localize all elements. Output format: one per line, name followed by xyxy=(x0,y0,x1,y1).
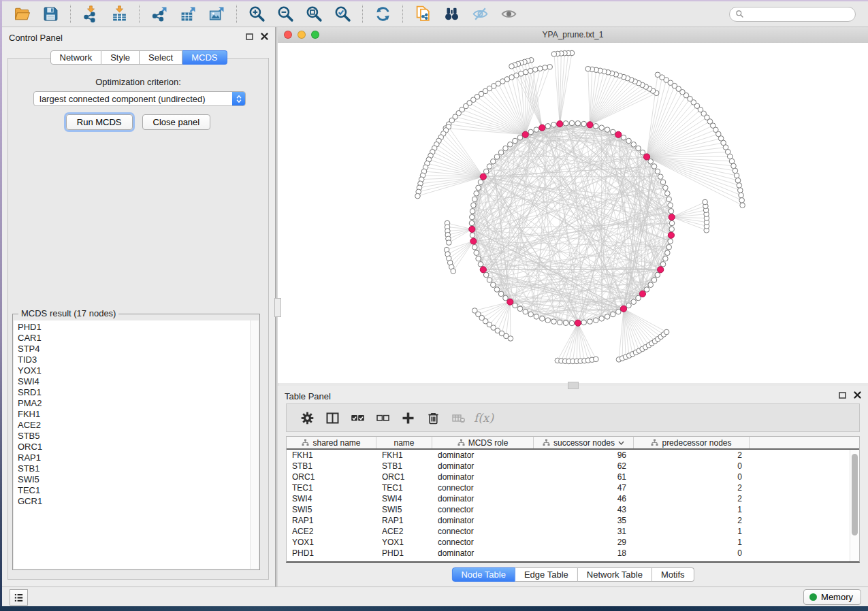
table-row[interactable]: YOX1YOX1connector291 xyxy=(287,537,850,548)
zoom-fit-button[interactable] xyxy=(304,4,324,24)
export-table-button[interactable] xyxy=(178,4,198,24)
result-node-item[interactable]: TID3 xyxy=(14,354,251,365)
table-panel-window-buttons xyxy=(839,391,861,399)
show-graphics-details-button[interactable] xyxy=(498,4,519,24)
memory-button[interactable]: Memory xyxy=(803,589,861,605)
table-header-row: shared namenameMCDS rolesuccessor nodesp… xyxy=(287,437,859,450)
show-panels-menu-button[interactable] xyxy=(10,589,28,606)
close-window-button[interactable] xyxy=(284,31,292,39)
table-row[interactable]: ACE2ACE2connector311 xyxy=(287,526,850,537)
column-header-mcds-role[interactable]: MCDS role xyxy=(432,437,534,448)
result-node-item[interactable]: PMA2 xyxy=(14,398,251,409)
mcds-panel: Optimization criterion: largest connecte… xyxy=(7,58,269,580)
vertical-splitter-grip[interactable] xyxy=(274,298,281,317)
table-row[interactable]: FKH1FKH1dominator962 xyxy=(287,450,850,461)
column-header-successor-nodes[interactable]: successor nodes xyxy=(534,437,634,448)
float-table-panel-button[interactable] xyxy=(839,392,846,399)
table-row[interactable]: RAP1RAP1dominator352 xyxy=(287,515,850,526)
deselect-all-columns-button[interactable] xyxy=(370,407,396,429)
tab-motifs[interactable]: Motifs xyxy=(652,567,694,582)
column-layout-button[interactable] xyxy=(320,407,345,429)
control-panel-window-buttons xyxy=(246,33,268,40)
result-node-item[interactable]: FKH1 xyxy=(14,409,251,420)
table-row[interactable]: STB1STB1dominator620 xyxy=(287,461,850,472)
table-cell: SWI5 xyxy=(287,505,376,514)
binoculars-button[interactable] xyxy=(441,4,462,24)
zoom-in-button[interactable] xyxy=(246,4,267,24)
open-session-button[interactable] xyxy=(12,4,32,24)
network-canvas[interactable] xyxy=(278,43,868,383)
horizontal-splitter-grip[interactable] xyxy=(568,382,579,389)
list-icon xyxy=(13,592,25,604)
minimize-window-button[interactable] xyxy=(298,31,306,39)
tab-network-table[interactable]: Network Table xyxy=(578,567,652,582)
hide-graphics-details-button[interactable] xyxy=(470,4,490,24)
import-network-button[interactable] xyxy=(80,4,101,24)
zoom-out-button[interactable] xyxy=(275,4,295,24)
table-cell: 2 xyxy=(634,494,750,503)
export-image-button[interactable] xyxy=(206,4,227,24)
maximize-window-button[interactable] xyxy=(311,31,319,39)
table-settings-button[interactable] xyxy=(295,407,320,429)
compare-networks-button[interactable] xyxy=(413,4,433,24)
tab-style[interactable]: Style xyxy=(101,50,140,65)
toolbar-separator xyxy=(402,5,403,23)
close-panel-action-button[interactable]: Close panel xyxy=(142,114,211,130)
table-cell: dominator xyxy=(432,516,534,525)
result-node-item[interactable]: TEC1 xyxy=(14,485,251,496)
result-node-item[interactable]: GCR1 xyxy=(14,496,251,507)
create-column-button[interactable] xyxy=(396,407,421,429)
delete-column-button[interactable] xyxy=(421,407,446,429)
table-row[interactable]: PHD1PHD1dominator180 xyxy=(287,548,850,559)
result-node-item[interactable]: ACE2 xyxy=(14,420,251,431)
tab-node-table[interactable]: Node Table xyxy=(451,567,515,582)
tab-edge-table[interactable]: Edge Table xyxy=(515,567,578,582)
table-row[interactable]: TEC1TEC1connector472 xyxy=(287,482,850,493)
result-node-item[interactable]: ORC1 xyxy=(14,442,251,452)
result-node-item[interactable]: STB5 xyxy=(14,431,251,442)
table-scrollbar-thumb[interactable] xyxy=(852,454,858,535)
table-row[interactable]: ORC1ORC1dominator610 xyxy=(287,472,850,482)
column-header-predecessor-nodes[interactable]: predecessor nodes xyxy=(634,437,750,448)
search-input[interactable] xyxy=(748,8,850,20)
function-builder-icon: f(x) xyxy=(474,411,494,425)
result-list-scrollbar[interactable] xyxy=(250,320,259,569)
close-panel-button[interactable] xyxy=(261,33,268,40)
search-box[interactable] xyxy=(729,7,856,22)
result-node-item[interactable]: RAP1 xyxy=(14,452,251,463)
result-node-item[interactable]: STP4 xyxy=(14,344,251,354)
optimization-criterion-select[interactable]: largest connected component (undirected) xyxy=(33,91,246,106)
tab-select[interactable]: Select xyxy=(140,50,182,65)
table-row[interactable]: SWI5SWI5connector431 xyxy=(287,504,850,515)
delete-table-icon xyxy=(451,411,466,425)
column-header-shared-name[interactable]: shared name xyxy=(287,437,376,448)
close-table-panel-button[interactable] xyxy=(854,391,861,399)
run-mcds-button[interactable]: Run MCDS xyxy=(66,114,133,130)
table-scrollbar[interactable] xyxy=(850,450,859,561)
float-panel-button[interactable] xyxy=(246,33,253,40)
result-node-item[interactable]: PHD1 xyxy=(14,322,251,333)
tab-mcds[interactable]: MCDS xyxy=(182,50,227,65)
refresh-layout-button[interactable] xyxy=(372,4,393,24)
table-row[interactable]: SWI4SWI4dominator462 xyxy=(287,493,850,504)
table-cell: 47 xyxy=(534,483,634,493)
result-node-item[interactable]: SRD1 xyxy=(14,387,251,398)
save-session-button[interactable] xyxy=(40,4,61,24)
result-node-item[interactable]: YOX1 xyxy=(14,365,251,376)
column-header-name[interactable]: name xyxy=(376,437,432,448)
select-all-columns-button[interactable] xyxy=(345,407,370,429)
export-network-button[interactable] xyxy=(149,4,170,24)
tab-network[interactable]: Network xyxy=(50,50,101,65)
import-table-button[interactable] xyxy=(109,4,129,24)
result-node-item[interactable]: CAR1 xyxy=(14,333,251,344)
column-label: shared name xyxy=(312,438,360,448)
result-node-item[interactable]: SWI5 xyxy=(14,474,251,485)
desktop-edge-left xyxy=(0,0,2,611)
desktop-edge-bottom xyxy=(0,606,868,611)
float-icon xyxy=(839,392,846,399)
zoom-selected-button[interactable] xyxy=(332,4,353,24)
result-node-item[interactable]: STB1 xyxy=(14,463,251,474)
table-cell: dominator xyxy=(432,461,534,471)
main-toolbar-icons xyxy=(7,4,523,24)
result-node-item[interactable]: SWI4 xyxy=(14,376,251,387)
